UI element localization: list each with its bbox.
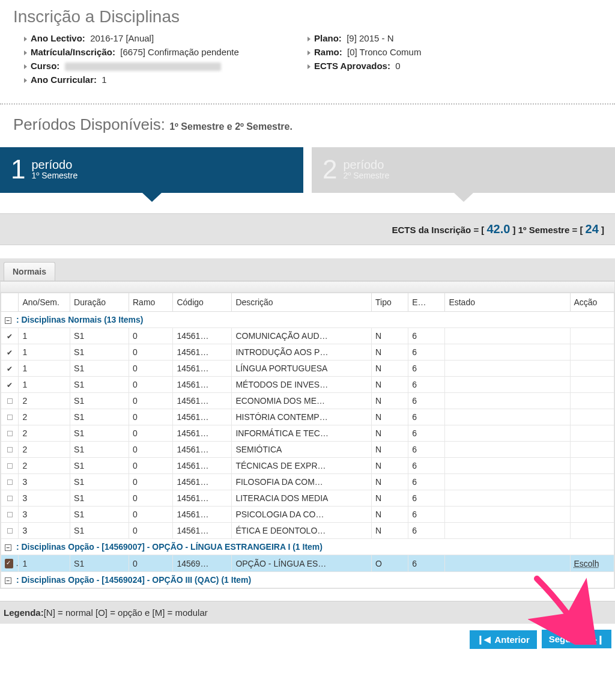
row-selector[interactable] bbox=[1, 555, 19, 572]
seguinte-label: Seguinte bbox=[549, 634, 587, 644]
col-ramo[interactable]: Ramo bbox=[129, 293, 173, 312]
table-row[interactable]: 2S1014561…ECONOMIA DOS ME…N6 bbox=[1, 393, 614, 409]
row-selector[interactable]: ✔ bbox=[1, 361, 19, 377]
col-tipo[interactable]: Tipo bbox=[371, 293, 408, 312]
cell-anosem: 1 bbox=[19, 555, 70, 572]
col-anosem[interactable]: Ano/Sem. bbox=[19, 293, 70, 312]
ramo-value: [0] Tronco Comum bbox=[347, 47, 421, 57]
cell-duracao: S1 bbox=[70, 361, 129, 377]
plano-label: Plano: bbox=[314, 33, 342, 43]
cell-accao[interactable]: Escolh bbox=[570, 555, 614, 572]
cell-accao bbox=[570, 393, 614, 409]
button-row: ❙◀ Anterior Seguinte ▶❙ bbox=[0, 624, 615, 657]
cell-ramo: 0 bbox=[129, 328, 173, 344]
cell-descricao: LÍNGUA PORTUGUESA bbox=[232, 361, 372, 377]
table-row[interactable]: 2S1014561…TÉCNICAS DE EXPR…N6 bbox=[1, 458, 614, 474]
cell-accao bbox=[570, 344, 614, 361]
checkbox-icon bbox=[7, 447, 13, 452]
row-selector[interactable] bbox=[1, 474, 19, 490]
clipboard-icon bbox=[5, 559, 13, 568]
group-header[interactable]: − : Disciplinas Opção - [14569024] - OPÇ… bbox=[1, 572, 614, 588]
anterior-button[interactable]: ❙◀ Anterior bbox=[470, 630, 536, 649]
table-row[interactable]: ✔1S1014561…LÍNGUA PORTUGUESAN6 bbox=[1, 361, 614, 377]
cell-descricao: FILOSOFIA DA COM… bbox=[232, 474, 372, 490]
table-row[interactable]: ✔1S1014561…INTRODUÇÃO AOS P…N6 bbox=[1, 344, 614, 361]
row-selector[interactable] bbox=[1, 490, 19, 507]
row-selector[interactable] bbox=[1, 393, 19, 409]
col-estado[interactable]: Estado bbox=[445, 293, 570, 312]
cell-tipo: N bbox=[371, 458, 408, 474]
cell-codigo: 14561… bbox=[173, 409, 232, 425]
cell-codigo: 14561… bbox=[173, 458, 232, 474]
col-codigo[interactable]: Código bbox=[173, 293, 232, 312]
action-link[interactable]: Escolh bbox=[574, 559, 599, 568]
seguinte-button[interactable]: Seguinte ▶❙ bbox=[542, 630, 611, 648]
table-row[interactable]: 3S1014561…FILOSOFIA DA COM…N6 bbox=[1, 474, 614, 490]
row-selector[interactable] bbox=[1, 409, 19, 425]
table-row[interactable]: 2S1014561…SEMIÓTICAN6 bbox=[1, 442, 614, 458]
table-row[interactable]: 3S1014561…PSICOLOGIA DA CO…N6 bbox=[1, 507, 614, 523]
row-selector[interactable] bbox=[1, 523, 19, 539]
cell-tipo: N bbox=[371, 490, 408, 507]
row-selector[interactable] bbox=[1, 458, 19, 474]
cell-accao bbox=[570, 328, 614, 344]
checkbox-icon bbox=[7, 415, 13, 420]
col-ects[interactable]: E… bbox=[408, 293, 445, 312]
row-selector[interactable]: ✔ bbox=[1, 344, 19, 361]
cell-accao bbox=[570, 507, 614, 523]
cell-ects: 6 bbox=[408, 474, 445, 490]
table-row[interactable]: 2S1014561…INFORMÁTICA E TEC…N6 bbox=[1, 425, 614, 442]
cell-descricao: ÉTICA E DEONTOLO… bbox=[232, 523, 372, 539]
table-row[interactable]: 2S1014561…HISTÓRIA CONTEMP…N6 bbox=[1, 409, 614, 425]
cell-estado bbox=[445, 474, 570, 490]
tab-label: período bbox=[31, 159, 77, 171]
row-selector[interactable]: ✔ bbox=[1, 377, 19, 393]
ects-label2: ] 1º Semestre = [ bbox=[513, 225, 583, 235]
cell-accao bbox=[570, 409, 614, 425]
cell-codigo: 14569… bbox=[173, 555, 232, 572]
ects-inscricao-value: 42.0 bbox=[487, 222, 510, 236]
cell-accao bbox=[570, 361, 614, 377]
cell-codigo: 14561… bbox=[173, 523, 232, 539]
collapse-icon[interactable]: − bbox=[5, 577, 11, 584]
col-descricao[interactable]: Descrição bbox=[232, 293, 372, 312]
table-row[interactable]: 3S1014561…ÉTICA E DEONTOLO…N6 bbox=[1, 523, 614, 539]
ano-lectivo-label: Ano Lectivo: bbox=[31, 33, 85, 43]
row-selector[interactable]: ✔ bbox=[1, 328, 19, 344]
cell-duracao: S1 bbox=[70, 409, 129, 425]
group-header[interactable]: − : Disciplinas Normais (13 Items) bbox=[1, 312, 614, 328]
checkbox-icon bbox=[7, 496, 13, 501]
collapse-icon[interactable]: − bbox=[5, 544, 11, 551]
cell-tipo: N bbox=[371, 393, 408, 409]
cell-estado bbox=[445, 507, 570, 523]
subtab-normais[interactable]: Normais bbox=[4, 262, 55, 281]
group-header[interactable]: − : Disciplinas Opção - [14569007] - OPÇ… bbox=[1, 539, 614, 555]
row-selector[interactable] bbox=[1, 425, 19, 442]
table-row[interactable]: ✔1S1014561…MÉTODOS DE INVES…N6 bbox=[1, 377, 614, 393]
cell-estado bbox=[445, 393, 570, 409]
cell-descricao: MÉTODOS DE INVES… bbox=[232, 377, 372, 393]
cell-estado bbox=[445, 523, 570, 539]
cell-tipo: N bbox=[371, 328, 408, 344]
row-selector[interactable] bbox=[1, 442, 19, 458]
cell-ects: 6 bbox=[408, 344, 445, 361]
tab-periodo-1[interactable]: 1 período 1º Semestre bbox=[0, 147, 303, 193]
cell-tipo: N bbox=[371, 474, 408, 490]
collapse-icon[interactable]: − bbox=[5, 317, 11, 324]
legend-text: [N] = normal [O] = opção e [M] = modular bbox=[44, 607, 208, 618]
table-row[interactable]: 3S1014561…LITERACIA DOS MEDIAN6 bbox=[1, 490, 614, 507]
tab-sublabel: 2º Semestre bbox=[343, 171, 389, 180]
col-duracao[interactable]: Duração bbox=[70, 293, 129, 312]
separator bbox=[0, 103, 615, 105]
col-accao[interactable]: Acção bbox=[570, 293, 614, 312]
cell-duracao: S1 bbox=[70, 490, 129, 507]
checkbox-icon bbox=[7, 479, 13, 485]
ects-semestre-value: 24 bbox=[586, 222, 599, 236]
bullet-icon bbox=[24, 64, 27, 69]
tab-periodo-2[interactable]: 2 período 2º Semestre bbox=[312, 147, 615, 193]
row-selector[interactable] bbox=[1, 507, 19, 523]
table-row[interactable]: ✔1S1014561…COMUNICAÇÃO AUD…N6 bbox=[1, 328, 614, 344]
check-icon: ✔ bbox=[7, 348, 13, 357]
tab-sublabel: 1º Semestre bbox=[31, 171, 77, 180]
table-row[interactable]: 1S1014569…OPÇÃO - LÍNGUA ES…O6Escolh bbox=[1, 555, 614, 572]
